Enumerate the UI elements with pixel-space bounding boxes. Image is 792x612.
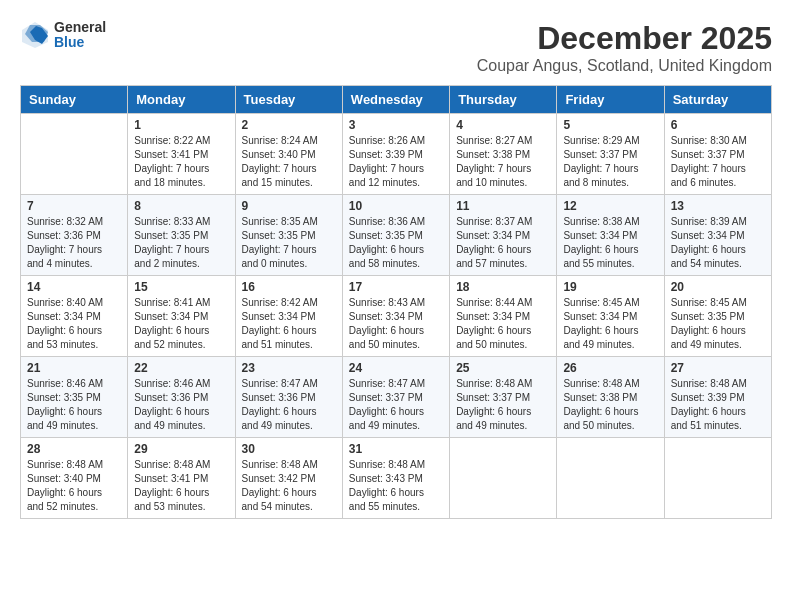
day-info: Sunrise: 8:33 AM Sunset: 3:35 PM Dayligh…: [134, 215, 228, 271]
day-info: Sunrise: 8:48 AM Sunset: 3:37 PM Dayligh…: [456, 377, 550, 433]
day-info: Sunrise: 8:24 AM Sunset: 3:40 PM Dayligh…: [242, 134, 336, 190]
day-number: 19: [563, 280, 657, 294]
day-info: Sunrise: 8:48 AM Sunset: 3:42 PM Dayligh…: [242, 458, 336, 514]
weekday-header-sunday: Sunday: [21, 86, 128, 114]
calendar-cell: 9Sunrise: 8:35 AM Sunset: 3:35 PM Daylig…: [235, 195, 342, 276]
day-number: 14: [27, 280, 121, 294]
day-number: 22: [134, 361, 228, 375]
day-number: 30: [242, 442, 336, 456]
calendar-cell: 5Sunrise: 8:29 AM Sunset: 3:37 PM Daylig…: [557, 114, 664, 195]
day-info: Sunrise: 8:47 AM Sunset: 3:36 PM Dayligh…: [242, 377, 336, 433]
calendar-cell: 22Sunrise: 8:46 AM Sunset: 3:36 PM Dayli…: [128, 357, 235, 438]
day-number: 27: [671, 361, 765, 375]
day-number: 15: [134, 280, 228, 294]
day-info: Sunrise: 8:37 AM Sunset: 3:34 PM Dayligh…: [456, 215, 550, 271]
calendar-cell: 16Sunrise: 8:42 AM Sunset: 3:34 PM Dayli…: [235, 276, 342, 357]
weekday-header-wednesday: Wednesday: [342, 86, 449, 114]
calendar-cell: 24Sunrise: 8:47 AM Sunset: 3:37 PM Dayli…: [342, 357, 449, 438]
weekday-header-friday: Friday: [557, 86, 664, 114]
calendar-cell: 10Sunrise: 8:36 AM Sunset: 3:35 PM Dayli…: [342, 195, 449, 276]
day-number: 6: [671, 118, 765, 132]
calendar-cell: 14Sunrise: 8:40 AM Sunset: 3:34 PM Dayli…: [21, 276, 128, 357]
title-area: December 2025 Coupar Angus, Scotland, Un…: [477, 20, 772, 75]
day-info: Sunrise: 8:47 AM Sunset: 3:37 PM Dayligh…: [349, 377, 443, 433]
logo-icon: [20, 20, 50, 50]
calendar-cell: 15Sunrise: 8:41 AM Sunset: 3:34 PM Dayli…: [128, 276, 235, 357]
day-info: Sunrise: 8:44 AM Sunset: 3:34 PM Dayligh…: [456, 296, 550, 352]
day-number: 21: [27, 361, 121, 375]
day-number: 18: [456, 280, 550, 294]
calendar-cell: 6Sunrise: 8:30 AM Sunset: 3:37 PM Daylig…: [664, 114, 771, 195]
weekday-header-tuesday: Tuesday: [235, 86, 342, 114]
calendar-cell: 25Sunrise: 8:48 AM Sunset: 3:37 PM Dayli…: [450, 357, 557, 438]
calendar-cell: 2Sunrise: 8:24 AM Sunset: 3:40 PM Daylig…: [235, 114, 342, 195]
day-info: Sunrise: 8:46 AM Sunset: 3:35 PM Dayligh…: [27, 377, 121, 433]
week-row-1: 1Sunrise: 8:22 AM Sunset: 3:41 PM Daylig…: [21, 114, 772, 195]
logo-text: General Blue: [54, 20, 106, 51]
calendar: SundayMondayTuesdayWednesdayThursdayFrid…: [20, 85, 772, 519]
calendar-cell: 26Sunrise: 8:48 AM Sunset: 3:38 PM Dayli…: [557, 357, 664, 438]
day-number: 23: [242, 361, 336, 375]
calendar-cell: 17Sunrise: 8:43 AM Sunset: 3:34 PM Dayli…: [342, 276, 449, 357]
calendar-cell: [557, 438, 664, 519]
calendar-cell: 28Sunrise: 8:48 AM Sunset: 3:40 PM Dayli…: [21, 438, 128, 519]
calendar-cell: 19Sunrise: 8:45 AM Sunset: 3:34 PM Dayli…: [557, 276, 664, 357]
day-number: 7: [27, 199, 121, 213]
weekday-header-thursday: Thursday: [450, 86, 557, 114]
week-row-2: 7Sunrise: 8:32 AM Sunset: 3:36 PM Daylig…: [21, 195, 772, 276]
day-info: Sunrise: 8:48 AM Sunset: 3:40 PM Dayligh…: [27, 458, 121, 514]
calendar-cell: 13Sunrise: 8:39 AM Sunset: 3:34 PM Dayli…: [664, 195, 771, 276]
calendar-cell: [664, 438, 771, 519]
day-info: Sunrise: 8:42 AM Sunset: 3:34 PM Dayligh…: [242, 296, 336, 352]
week-row-4: 21Sunrise: 8:46 AM Sunset: 3:35 PM Dayli…: [21, 357, 772, 438]
day-info: Sunrise: 8:22 AM Sunset: 3:41 PM Dayligh…: [134, 134, 228, 190]
day-info: Sunrise: 8:30 AM Sunset: 3:37 PM Dayligh…: [671, 134, 765, 190]
day-number: 1: [134, 118, 228, 132]
day-info: Sunrise: 8:29 AM Sunset: 3:37 PM Dayligh…: [563, 134, 657, 190]
day-number: 24: [349, 361, 443, 375]
calendar-cell: 29Sunrise: 8:48 AM Sunset: 3:41 PM Dayli…: [128, 438, 235, 519]
day-info: Sunrise: 8:39 AM Sunset: 3:34 PM Dayligh…: [671, 215, 765, 271]
day-info: Sunrise: 8:40 AM Sunset: 3:34 PM Dayligh…: [27, 296, 121, 352]
day-info: Sunrise: 8:41 AM Sunset: 3:34 PM Dayligh…: [134, 296, 228, 352]
day-info: Sunrise: 8:32 AM Sunset: 3:36 PM Dayligh…: [27, 215, 121, 271]
calendar-cell: 27Sunrise: 8:48 AM Sunset: 3:39 PM Dayli…: [664, 357, 771, 438]
day-number: 13: [671, 199, 765, 213]
header: General Blue December 2025 Coupar Angus,…: [20, 20, 772, 75]
month-title: December 2025: [477, 20, 772, 57]
calendar-cell: 1Sunrise: 8:22 AM Sunset: 3:41 PM Daylig…: [128, 114, 235, 195]
calendar-cell: 20Sunrise: 8:45 AM Sunset: 3:35 PM Dayli…: [664, 276, 771, 357]
day-number: 11: [456, 199, 550, 213]
calendar-cell: 11Sunrise: 8:37 AM Sunset: 3:34 PM Dayli…: [450, 195, 557, 276]
calendar-cell: 3Sunrise: 8:26 AM Sunset: 3:39 PM Daylig…: [342, 114, 449, 195]
week-row-3: 14Sunrise: 8:40 AM Sunset: 3:34 PM Dayli…: [21, 276, 772, 357]
weekday-header-row: SundayMondayTuesdayWednesdayThursdayFrid…: [21, 86, 772, 114]
day-info: Sunrise: 8:48 AM Sunset: 3:39 PM Dayligh…: [671, 377, 765, 433]
day-number: 31: [349, 442, 443, 456]
day-info: Sunrise: 8:46 AM Sunset: 3:36 PM Dayligh…: [134, 377, 228, 433]
location-title: Coupar Angus, Scotland, United Kingdom: [477, 57, 772, 75]
day-number: 17: [349, 280, 443, 294]
calendar-cell: 12Sunrise: 8:38 AM Sunset: 3:34 PM Dayli…: [557, 195, 664, 276]
calendar-cell: [450, 438, 557, 519]
day-info: Sunrise: 8:36 AM Sunset: 3:35 PM Dayligh…: [349, 215, 443, 271]
calendar-cell: 18Sunrise: 8:44 AM Sunset: 3:34 PM Dayli…: [450, 276, 557, 357]
day-number: 29: [134, 442, 228, 456]
day-number: 25: [456, 361, 550, 375]
day-number: 28: [27, 442, 121, 456]
logo: General Blue: [20, 20, 106, 51]
day-info: Sunrise: 8:27 AM Sunset: 3:38 PM Dayligh…: [456, 134, 550, 190]
calendar-cell: [21, 114, 128, 195]
day-info: Sunrise: 8:26 AM Sunset: 3:39 PM Dayligh…: [349, 134, 443, 190]
day-info: Sunrise: 8:45 AM Sunset: 3:35 PM Dayligh…: [671, 296, 765, 352]
day-info: Sunrise: 8:45 AM Sunset: 3:34 PM Dayligh…: [563, 296, 657, 352]
day-info: Sunrise: 8:35 AM Sunset: 3:35 PM Dayligh…: [242, 215, 336, 271]
day-info: Sunrise: 8:48 AM Sunset: 3:43 PM Dayligh…: [349, 458, 443, 514]
calendar-cell: 7Sunrise: 8:32 AM Sunset: 3:36 PM Daylig…: [21, 195, 128, 276]
day-number: 5: [563, 118, 657, 132]
day-info: Sunrise: 8:48 AM Sunset: 3:38 PM Dayligh…: [563, 377, 657, 433]
calendar-cell: 4Sunrise: 8:27 AM Sunset: 3:38 PM Daylig…: [450, 114, 557, 195]
calendar-cell: 8Sunrise: 8:33 AM Sunset: 3:35 PM Daylig…: [128, 195, 235, 276]
day-number: 3: [349, 118, 443, 132]
calendar-cell: 31Sunrise: 8:48 AM Sunset: 3:43 PM Dayli…: [342, 438, 449, 519]
